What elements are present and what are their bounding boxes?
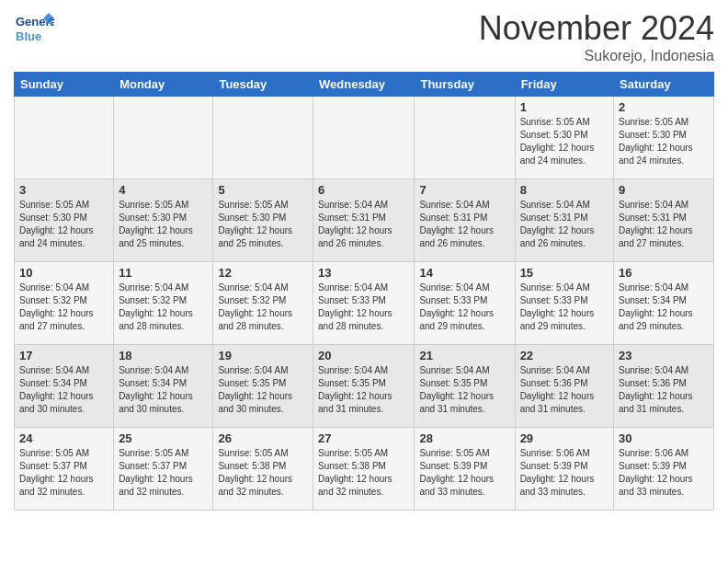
col-saturday: Saturday	[614, 73, 714, 97]
logo-icon: General Blue	[14, 9, 54, 50]
day-info: Sunrise: 5:05 AM Sunset: 5:30 PM Dayligh…	[619, 116, 709, 167]
day-info: Sunrise: 5:05 AM Sunset: 5:37 PM Dayligh…	[119, 447, 208, 499]
day-number: 20	[318, 349, 409, 362]
title-area: November 2024 Sukorejo, Indonesia	[479, 9, 714, 64]
cell-w3-d1: 10Sunrise: 5:04 AM Sunset: 5:32 PM Dayli…	[15, 262, 114, 345]
day-number: 2	[619, 100, 709, 114]
day-info: Sunrise: 5:05 AM Sunset: 5:30 PM Dayligh…	[19, 199, 108, 250]
day-number: 13	[318, 266, 409, 280]
day-info: Sunrise: 5:05 AM Sunset: 5:38 PM Dayligh…	[318, 447, 409, 499]
month-title: November 2024	[479, 9, 714, 48]
day-number: 26	[218, 431, 308, 445]
day-number: 7	[419, 183, 509, 197]
cell-w2-d2: 4Sunrise: 5:05 AM Sunset: 5:30 PM Daylig…	[114, 179, 213, 262]
cell-w1-d1	[15, 97, 114, 179]
day-info: Sunrise: 5:05 AM Sunset: 5:30 PM Dayligh…	[218, 199, 308, 250]
cell-w4-d5: 21Sunrise: 5:04 AM Sunset: 5:35 PM Dayli…	[415, 345, 515, 428]
day-info: Sunrise: 5:04 AM Sunset: 5:36 PM Dayligh…	[619, 364, 709, 416]
day-info: Sunrise: 5:04 AM Sunset: 5:35 PM Dayligh…	[218, 364, 308, 416]
week-row-5: 24Sunrise: 5:05 AM Sunset: 5:37 PM Dayli…	[15, 428, 714, 511]
day-info: Sunrise: 5:04 AM Sunset: 5:35 PM Dayligh…	[318, 364, 409, 416]
day-info: Sunrise: 5:04 AM Sunset: 5:32 PM Dayligh…	[218, 282, 308, 333]
day-info: Sunrise: 5:04 AM Sunset: 5:31 PM Dayligh…	[619, 199, 709, 250]
day-number: 5	[218, 183, 308, 197]
day-number: 27	[318, 431, 409, 445]
cell-w4-d6: 22Sunrise: 5:04 AM Sunset: 5:36 PM Dayli…	[515, 345, 613, 428]
day-info: Sunrise: 5:05 AM Sunset: 5:30 PM Dayligh…	[119, 199, 208, 250]
weekday-row: Sunday Monday Tuesday Wednesday Thursday…	[15, 73, 714, 97]
day-number: 11	[119, 266, 208, 280]
day-info: Sunrise: 5:04 AM Sunset: 5:34 PM Dayligh…	[619, 282, 709, 333]
day-info: Sunrise: 5:05 AM Sunset: 5:37 PM Dayligh…	[19, 447, 108, 499]
day-info: Sunrise: 5:04 AM Sunset: 5:36 PM Dayligh…	[520, 364, 609, 416]
cell-w3-d4: 13Sunrise: 5:04 AM Sunset: 5:33 PM Dayli…	[313, 262, 415, 345]
day-info: Sunrise: 5:04 AM Sunset: 5:34 PM Dayligh…	[119, 364, 208, 416]
day-number: 8	[520, 183, 609, 197]
week-row-4: 17Sunrise: 5:04 AM Sunset: 5:34 PM Dayli…	[15, 345, 714, 428]
logo: General Blue	[14, 9, 54, 50]
day-number: 4	[119, 183, 208, 197]
location: Sukorejo, Indonesia	[479, 48, 714, 64]
day-info: Sunrise: 5:04 AM Sunset: 5:33 PM Dayligh…	[318, 282, 409, 333]
day-number: 17	[19, 349, 108, 362]
cell-w3-d5: 14Sunrise: 5:04 AM Sunset: 5:33 PM Dayli…	[415, 262, 515, 345]
day-number: 23	[619, 349, 709, 362]
cell-w2-d6: 8Sunrise: 5:04 AM Sunset: 5:31 PM Daylig…	[515, 179, 613, 262]
cell-w3-d6: 15Sunrise: 5:04 AM Sunset: 5:33 PM Dayli…	[515, 262, 613, 345]
col-wednesday: Wednesday	[313, 73, 415, 97]
day-number: 29	[520, 431, 609, 445]
day-number: 19	[218, 349, 308, 362]
day-number: 22	[520, 349, 609, 362]
day-number: 30	[619, 431, 709, 445]
logo: General Blue	[14, 9, 54, 50]
col-tuesday: Tuesday	[213, 73, 313, 97]
col-monday: Monday	[114, 73, 213, 97]
day-number: 25	[119, 431, 208, 445]
day-number: 16	[619, 266, 709, 280]
day-number: 10	[19, 266, 108, 280]
calendar-body: 1Sunrise: 5:05 AM Sunset: 5:30 PM Daylig…	[15, 97, 714, 511]
cell-w3-d3: 12Sunrise: 5:04 AM Sunset: 5:32 PM Dayli…	[213, 262, 313, 345]
cell-w4-d2: 18Sunrise: 5:04 AM Sunset: 5:34 PM Dayli…	[114, 345, 213, 428]
day-info: Sunrise: 5:04 AM Sunset: 5:32 PM Dayligh…	[19, 282, 108, 333]
cell-w3-d2: 11Sunrise: 5:04 AM Sunset: 5:32 PM Dayli…	[114, 262, 213, 345]
day-number: 15	[520, 266, 609, 280]
cell-w1-d6: 1Sunrise: 5:05 AM Sunset: 5:30 PM Daylig…	[515, 97, 613, 179]
day-number: 6	[318, 183, 409, 197]
calendar-header: Sunday Monday Tuesday Wednesday Thursday…	[15, 73, 714, 97]
day-info: Sunrise: 5:06 AM Sunset: 5:39 PM Dayligh…	[619, 447, 709, 499]
day-info: Sunrise: 5:04 AM Sunset: 5:32 PM Dayligh…	[119, 282, 208, 333]
page: General Blue November 2024 Sukorejo, Ind…	[0, 0, 728, 563]
cell-w5-d4: 27Sunrise: 5:05 AM Sunset: 5:38 PM Dayli…	[313, 428, 415, 511]
cell-w1-d5	[415, 97, 515, 179]
cell-w3-d7: 16Sunrise: 5:04 AM Sunset: 5:34 PM Dayli…	[614, 262, 714, 345]
cell-w5-d2: 25Sunrise: 5:05 AM Sunset: 5:37 PM Dayli…	[114, 428, 213, 511]
day-info: Sunrise: 5:04 AM Sunset: 5:35 PM Dayligh…	[419, 364, 509, 416]
cell-w2-d7: 9Sunrise: 5:04 AM Sunset: 5:31 PM Daylig…	[614, 179, 714, 262]
day-number: 1	[520, 100, 609, 114]
day-number: 18	[119, 349, 208, 362]
cell-w2-d4: 6Sunrise: 5:04 AM Sunset: 5:31 PM Daylig…	[313, 179, 415, 262]
col-friday: Friday	[515, 73, 613, 97]
cell-w4-d7: 23Sunrise: 5:04 AM Sunset: 5:36 PM Dayli…	[614, 345, 714, 428]
header: General Blue November 2024 Sukorejo, Ind…	[14, 9, 714, 64]
day-info: Sunrise: 5:06 AM Sunset: 5:39 PM Dayligh…	[520, 447, 609, 499]
day-number: 24	[19, 431, 108, 445]
cell-w5-d6: 29Sunrise: 5:06 AM Sunset: 5:39 PM Dayli…	[515, 428, 613, 511]
day-info: Sunrise: 5:04 AM Sunset: 5:31 PM Dayligh…	[520, 199, 609, 250]
week-row-2: 3Sunrise: 5:05 AM Sunset: 5:30 PM Daylig…	[15, 179, 714, 262]
day-info: Sunrise: 5:05 AM Sunset: 5:30 PM Dayligh…	[520, 116, 609, 167]
cell-w1-d7: 2Sunrise: 5:05 AM Sunset: 5:30 PM Daylig…	[614, 97, 714, 179]
cell-w1-d4	[313, 97, 415, 179]
day-info: Sunrise: 5:04 AM Sunset: 5:34 PM Dayligh…	[19, 364, 108, 416]
cell-w2-d1: 3Sunrise: 5:05 AM Sunset: 5:30 PM Daylig…	[15, 179, 114, 262]
day-number: 21	[419, 349, 509, 362]
day-info: Sunrise: 5:05 AM Sunset: 5:39 PM Dayligh…	[419, 447, 509, 499]
col-sunday: Sunday	[15, 73, 114, 97]
day-info: Sunrise: 5:04 AM Sunset: 5:33 PM Dayligh…	[419, 282, 509, 333]
cell-w4-d4: 20Sunrise: 5:04 AM Sunset: 5:35 PM Dayli…	[313, 345, 415, 428]
day-info: Sunrise: 5:05 AM Sunset: 5:38 PM Dayligh…	[218, 447, 308, 499]
svg-text:Blue: Blue	[16, 29, 41, 43]
week-row-1: 1Sunrise: 5:05 AM Sunset: 5:30 PM Daylig…	[15, 97, 714, 179]
day-number: 3	[19, 183, 108, 197]
